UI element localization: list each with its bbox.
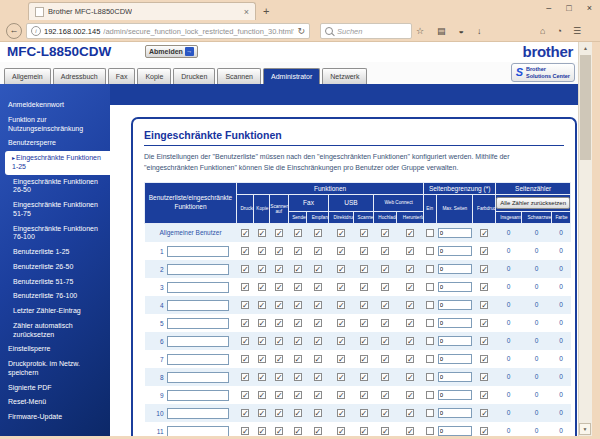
drucken-checkbox[interactable]: ✓ <box>241 409 249 417</box>
farbdruck-checkbox[interactable]: ✓ <box>480 355 488 363</box>
hochladen-checkbox[interactable]: ✓ <box>381 265 389 273</box>
drucken-checkbox[interactable]: ✓ <box>241 337 249 345</box>
hochladen-checkbox[interactable]: ✓ <box>381 409 389 417</box>
drucken-checkbox[interactable]: ✓ <box>241 355 249 363</box>
drucken-checkbox[interactable]: ✓ <box>241 229 249 237</box>
hochladen-checkbox[interactable]: ✓ <box>381 283 389 291</box>
ein-checkbox[interactable] <box>426 319 434 327</box>
hochladen-checkbox[interactable]: ✓ <box>381 427 389 435</box>
senden-checkbox[interactable]: ✓ <box>294 373 302 381</box>
max-seiten-input[interactable] <box>438 282 472 292</box>
scroll-down-icon[interactable]: ▼ <box>579 423 591 435</box>
direktdruck-checkbox[interactable]: ✓ <box>337 301 345 309</box>
drucken-checkbox[interactable]: ✓ <box>241 391 249 399</box>
scannen-checkbox[interactable]: ✓ <box>360 391 368 399</box>
farbdruck-checkbox[interactable]: ✓ <box>480 409 488 417</box>
direktdruck-checkbox[interactable]: ✓ <box>337 265 345 273</box>
kopie-checkbox[interactable]: ✓ <box>258 427 266 435</box>
ein-checkbox[interactable] <box>426 355 434 363</box>
max-seiten-input[interactable] <box>438 336 472 346</box>
user-name-input[interactable] <box>167 300 229 311</box>
senden-checkbox[interactable]: ✓ <box>294 355 302 363</box>
direktdruck-checkbox[interactable]: ✓ <box>337 373 345 381</box>
user-name-input[interactable] <box>167 426 229 436</box>
sidebar-item[interactable]: Letzter Zähler-Eintrag <box>0 304 110 319</box>
hochladen-checkbox[interactable]: ✓ <box>381 373 389 381</box>
direktdruck-checkbox[interactable]: ✓ <box>337 283 345 291</box>
farbdruck-checkbox[interactable]: ✓ <box>480 319 488 327</box>
hochladen-checkbox[interactable]: ✓ <box>381 391 389 399</box>
kopie-checkbox[interactable]: ✓ <box>258 409 266 417</box>
senden-checkbox[interactable]: ✓ <box>294 247 302 255</box>
sidebar-item[interactable]: Druckprotok. im Netzw. speichern <box>0 357 110 381</box>
senden-checkbox[interactable]: ✓ <box>294 283 302 291</box>
empfangen-checkbox[interactable]: ✓ <box>314 355 322 363</box>
scrollbar-thumb[interactable] <box>580 55 591 160</box>
scannen-checkbox[interactable]: ✓ <box>360 247 368 255</box>
herunterladen-checkbox[interactable]: ✓ <box>406 247 414 255</box>
drucken-checkbox[interactable]: ✓ <box>241 247 249 255</box>
tab-fax[interactable]: Fax <box>108 68 136 84</box>
bookmark-star-icon[interactable]: ☆ <box>416 26 424 36</box>
drucken-checkbox[interactable]: ✓ <box>241 427 249 435</box>
user-name-input[interactable] <box>167 372 229 383</box>
direktdruck-checkbox[interactable]: ✓ <box>337 337 345 345</box>
herunterladen-checkbox[interactable]: ✓ <box>406 391 414 399</box>
empfangen-checkbox[interactable]: ✓ <box>314 427 322 435</box>
scannen-checkbox[interactable]: ✓ <box>360 265 368 273</box>
drucken-checkbox[interactable]: ✓ <box>241 283 249 291</box>
hochladen-checkbox[interactable]: ✓ <box>381 301 389 309</box>
herunterladen-checkbox[interactable]: ✓ <box>406 319 414 327</box>
senden-checkbox[interactable]: ✓ <box>294 337 302 345</box>
ein-checkbox[interactable] <box>426 337 434 345</box>
max-seiten-input[interactable] <box>438 354 472 364</box>
sidebar-item[interactable]: Funktion zur Nutzungseinschränkung <box>0 113 110 137</box>
kopie-checkbox[interactable]: ✓ <box>258 301 266 309</box>
minimize-button[interactable]: – <box>546 3 551 13</box>
user-name-input[interactable] <box>167 354 229 365</box>
scannen-auf-checkbox[interactable]: ✓ <box>275 409 283 417</box>
max-seiten-input[interactable] <box>438 246 472 256</box>
scannen-auf-checkbox[interactable]: ✓ <box>275 265 283 273</box>
sidebar-item[interactable]: Benutzersperre <box>0 136 110 151</box>
herunterladen-checkbox[interactable]: ✓ <box>406 265 414 273</box>
direktdruck-checkbox[interactable]: ✓ <box>337 427 345 435</box>
drucken-checkbox[interactable]: ✓ <box>241 301 249 309</box>
tab-adressbuch[interactable]: Adressbuch <box>53 68 106 84</box>
hochladen-checkbox[interactable]: ✓ <box>381 247 389 255</box>
user-name-input[interactable] <box>167 336 229 347</box>
logout-button[interactable]: Abmelden → <box>145 45 198 58</box>
hochladen-checkbox[interactable]: ✓ <box>381 337 389 345</box>
url-bar[interactable]: i 192.168.002.145 /admin/secure_function… <box>26 23 310 39</box>
herunterladen-checkbox[interactable]: ✓ <box>406 427 414 435</box>
direktdruck-checkbox[interactable]: ✓ <box>337 229 345 237</box>
screenshot-icon[interactable]: ◔ <box>556 26 561 36</box>
user-name-input[interactable] <box>167 282 229 293</box>
scannen-checkbox[interactable]: ✓ <box>360 319 368 327</box>
max-seiten-input[interactable] <box>438 408 472 418</box>
herunterladen-checkbox[interactable]: ✓ <box>406 283 414 291</box>
sidebar-item[interactable]: Eingeschränkte Funktionen 26-50 <box>0 175 110 199</box>
sidebar-item[interactable]: Zähler automatisch zurücksetzen <box>0 319 110 343</box>
back-button[interactable]: ← <box>6 23 22 39</box>
senden-checkbox[interactable]: ✓ <box>294 391 302 399</box>
ein-checkbox[interactable] <box>426 427 434 435</box>
kopie-checkbox[interactable]: ✓ <box>258 229 266 237</box>
direktdruck-checkbox[interactable]: ✓ <box>337 391 345 399</box>
empfangen-checkbox[interactable]: ✓ <box>314 391 322 399</box>
empfangen-checkbox[interactable]: ✓ <box>314 373 322 381</box>
ein-checkbox[interactable] <box>426 301 434 309</box>
farbdruck-checkbox[interactable]: ✓ <box>480 301 488 309</box>
ein-checkbox[interactable] <box>426 265 434 273</box>
library-icon[interactable]: ▤ <box>437 26 446 36</box>
tab-scannen[interactable]: Scannen <box>217 68 261 84</box>
sidebar-item[interactable]: Benutzerliste 76-100 <box>0 289 110 304</box>
empfangen-checkbox[interactable]: ✓ <box>314 301 322 309</box>
scannen-auf-checkbox[interactable]: ✓ <box>275 247 283 255</box>
sidebar-item[interactable]: ▸Eingeschränkte Funktionen 1-25 <box>5 151 110 175</box>
ein-checkbox[interactable] <box>426 391 434 399</box>
scannen-checkbox[interactable]: ✓ <box>360 337 368 345</box>
senden-checkbox[interactable]: ✓ <box>294 319 302 327</box>
scannen-auf-checkbox[interactable]: ✓ <box>275 391 283 399</box>
scannen-checkbox[interactable]: ✓ <box>360 229 368 237</box>
